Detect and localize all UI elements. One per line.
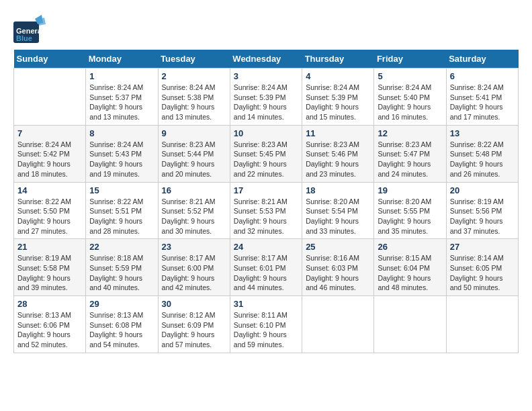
day-number: 18	[306, 185, 370, 195]
sunrise-text: Sunrise: 8:23 AM	[306, 140, 359, 148]
sunset-text: Sunset: 6:01 PM	[234, 264, 286, 272]
calendar-cell	[14, 68, 86, 126]
calendar-week-2: 7 Sunrise: 8:24 AM Sunset: 5:42 PM Dayli…	[14, 125, 519, 182]
calendar-week-5: 28 Sunrise: 8:13 AM Sunset: 6:06 PM Dayl…	[14, 296, 519, 353]
calendar-week-1: 1 Sunrise: 8:24 AM Sunset: 5:37 PM Dayli…	[14, 68, 519, 126]
cell-content: Sunrise: 8:21 AM Sunset: 5:53 PM Dayligh…	[234, 197, 298, 236]
calendar-cell: 14 Sunrise: 8:22 AM Sunset: 5:50 PM Dayl…	[14, 182, 86, 239]
calendar-cell: 31 Sunrise: 8:11 AM Sunset: 6:10 PM Dayl…	[230, 296, 302, 353]
sunset-text: Sunset: 5:59 PM	[89, 264, 142, 272]
sunset-text: Sunset: 5:50 PM	[17, 207, 70, 215]
cell-content: Sunrise: 8:23 AM Sunset: 5:46 PM Dayligh…	[306, 140, 370, 179]
daylight-text: Daylight: 9 hours and 13 minutes.	[162, 103, 215, 121]
daylight-text: Daylight: 9 hours and 35 minutes.	[378, 217, 431, 235]
daylight-text: Daylight: 9 hours and 28 minutes.	[89, 217, 142, 235]
daylight-text: Daylight: 9 hours and 57 minutes.	[162, 330, 215, 349]
calendar-cell: 26 Sunrise: 8:15 AM Sunset: 6:04 PM Dayl…	[374, 239, 446, 296]
calendar-cell: 21 Sunrise: 8:19 AM Sunset: 5:58 PM Dayl…	[14, 239, 86, 296]
sunset-text: Sunset: 5:54 PM	[306, 207, 358, 215]
sunrise-text: Sunrise: 8:24 AM	[378, 83, 431, 91]
calendar-cell: 10 Sunrise: 8:23 AM Sunset: 5:45 PM Dayl…	[230, 125, 302, 182]
calendar-cell: 30 Sunrise: 8:12 AM Sunset: 6:09 PM Dayl…	[158, 296, 230, 353]
page-header: General Blue	[13, 13, 519, 43]
sunset-text: Sunset: 6:04 PM	[378, 264, 430, 272]
daylight-text: Daylight: 9 hours and 18 minutes.	[17, 160, 71, 178]
daylight-text: Daylight: 9 hours and 44 minutes.	[234, 274, 287, 292]
sunset-text: Sunset: 5:51 PM	[89, 207, 142, 215]
sunset-text: Sunset: 5:41 PM	[450, 93, 502, 101]
daylight-text: Daylight: 9 hours and 27 minutes.	[17, 217, 71, 235]
sunrise-text: Sunrise: 8:19 AM	[17, 254, 71, 262]
day-number: 27	[450, 242, 515, 252]
sunrise-text: Sunrise: 8:21 AM	[162, 197, 216, 205]
sunset-text: Sunset: 6:03 PM	[306, 264, 358, 272]
calendar-header: SundayMondayTuesdayWednesdayThursdayFrid…	[14, 50, 519, 68]
calendar-cell: 8 Sunrise: 8:24 AM Sunset: 5:43 PM Dayli…	[86, 125, 158, 182]
sunset-text: Sunset: 5:39 PM	[306, 93, 358, 101]
calendar-cell: 7 Sunrise: 8:24 AM Sunset: 5:42 PM Dayli…	[14, 125, 86, 182]
cell-content: Sunrise: 8:22 AM Sunset: 5:50 PM Dayligh…	[17, 197, 82, 236]
sunrise-text: Sunrise: 8:12 AM	[162, 311, 216, 319]
calendar-week-3: 14 Sunrise: 8:22 AM Sunset: 5:50 PM Dayl…	[14, 182, 519, 239]
sunrise-text: Sunrise: 8:20 AM	[378, 197, 431, 205]
day-number: 28	[17, 299, 82, 309]
sunrise-text: Sunrise: 8:16 AM	[306, 254, 359, 262]
sunset-text: Sunset: 5:47 PM	[378, 150, 430, 158]
cell-content: Sunrise: 8:23 AM Sunset: 5:47 PM Dayligh…	[378, 140, 442, 179]
logo: General Blue	[13, 13, 47, 43]
day-number: 2	[162, 71, 226, 81]
calendar-cell: 19 Sunrise: 8:20 AM Sunset: 5:55 PM Dayl…	[374, 182, 446, 239]
sunset-text: Sunset: 6:00 PM	[162, 264, 214, 272]
sunrise-text: Sunrise: 8:24 AM	[306, 83, 359, 91]
calendar-cell: 3 Sunrise: 8:24 AM Sunset: 5:39 PM Dayli…	[230, 68, 302, 126]
sunrise-text: Sunrise: 8:24 AM	[162, 83, 216, 91]
cell-content: Sunrise: 8:22 AM Sunset: 5:51 PM Dayligh…	[89, 197, 154, 236]
sunrise-text: Sunrise: 8:20 AM	[306, 197, 359, 205]
day-number: 7	[17, 128, 82, 138]
calendar-cell: 1 Sunrise: 8:24 AM Sunset: 5:37 PM Dayli…	[86, 68, 158, 126]
column-header-sunday: Sunday	[14, 50, 86, 68]
sunrise-text: Sunrise: 8:22 AM	[17, 197, 71, 205]
cell-content: Sunrise: 8:17 AM Sunset: 6:01 PM Dayligh…	[234, 253, 298, 293]
cell-content: Sunrise: 8:24 AM Sunset: 5:41 PM Dayligh…	[450, 83, 515, 122]
daylight-text: Daylight: 9 hours and 52 minutes.	[17, 330, 71, 349]
calendar-cell: 20 Sunrise: 8:19 AM Sunset: 5:56 PM Dayl…	[446, 182, 518, 239]
sunset-text: Sunset: 5:42 PM	[17, 150, 70, 158]
calendar-table: SundayMondayTuesdayWednesdayThursdayFrid…	[13, 50, 519, 353]
day-number: 3	[234, 71, 298, 81]
sunrise-text: Sunrise: 8:15 AM	[378, 254, 431, 262]
calendar-cell: 16 Sunrise: 8:21 AM Sunset: 5:52 PM Dayl…	[158, 182, 230, 239]
calendar-cell	[446, 296, 518, 353]
sunset-text: Sunset: 6:10 PM	[234, 321, 286, 329]
day-number: 10	[234, 128, 298, 138]
day-number: 24	[234, 242, 298, 252]
day-number: 23	[162, 242, 226, 252]
cell-content: Sunrise: 8:14 AM Sunset: 6:05 PM Dayligh…	[450, 253, 515, 293]
sunrise-text: Sunrise: 8:22 AM	[450, 140, 504, 148]
cell-content: Sunrise: 8:18 AM Sunset: 5:59 PM Dayligh…	[89, 253, 154, 293]
calendar-cell: 5 Sunrise: 8:24 AM Sunset: 5:40 PM Dayli…	[374, 68, 446, 126]
sunset-text: Sunset: 5:52 PM	[162, 207, 214, 215]
cell-content: Sunrise: 8:19 AM Sunset: 5:56 PM Dayligh…	[450, 197, 515, 236]
daylight-text: Daylight: 9 hours and 30 minutes.	[162, 217, 215, 235]
calendar-week-4: 21 Sunrise: 8:19 AM Sunset: 5:58 PM Dayl…	[14, 239, 519, 296]
sunrise-text: Sunrise: 8:21 AM	[234, 197, 287, 205]
sunrise-text: Sunrise: 8:24 AM	[17, 140, 71, 148]
logo-icon: General Blue	[13, 13, 47, 43]
day-number: 12	[378, 128, 442, 138]
cell-content: Sunrise: 8:21 AM Sunset: 5:52 PM Dayligh…	[162, 197, 226, 236]
sunrise-text: Sunrise: 8:24 AM	[89, 83, 143, 91]
sunset-text: Sunset: 5:55 PM	[378, 207, 430, 215]
calendar-cell: 28 Sunrise: 8:13 AM Sunset: 6:06 PM Dayl…	[14, 296, 86, 353]
daylight-text: Daylight: 9 hours and 50 minutes.	[450, 274, 503, 292]
sunset-text: Sunset: 5:56 PM	[450, 207, 502, 215]
day-number: 29	[89, 299, 154, 309]
day-number: 31	[234, 299, 298, 309]
cell-content: Sunrise: 8:11 AM Sunset: 6:10 PM Dayligh…	[234, 310, 298, 350]
daylight-text: Daylight: 9 hours and 26 minutes.	[450, 160, 503, 178]
sunrise-text: Sunrise: 8:13 AM	[17, 311, 71, 319]
cell-content: Sunrise: 8:24 AM Sunset: 5:42 PM Dayligh…	[17, 140, 82, 179]
calendar-cell: 17 Sunrise: 8:21 AM Sunset: 5:53 PM Dayl…	[230, 182, 302, 239]
daylight-text: Daylight: 9 hours and 32 minutes.	[234, 217, 287, 235]
cell-content: Sunrise: 8:22 AM Sunset: 5:48 PM Dayligh…	[450, 140, 515, 179]
